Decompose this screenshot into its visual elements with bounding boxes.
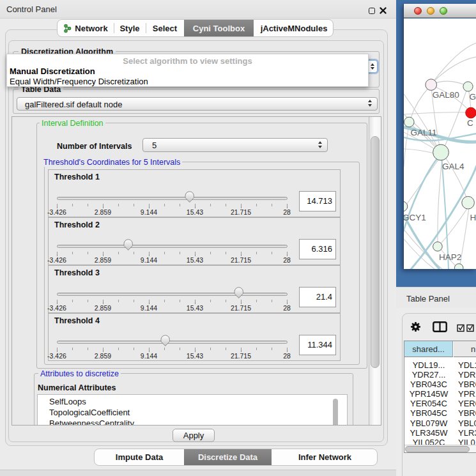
svg-text:H: H	[470, 213, 476, 222]
svg-text:C: C	[467, 118, 473, 128]
svg-text:GAL11: GAL11	[410, 128, 436, 137]
svg-text:GAL80: GAL80	[433, 90, 459, 100]
svg-text:GAL4: GAL4	[442, 162, 464, 171]
svg-text:G.: G.	[470, 92, 476, 102]
svg-text:GCY1: GCY1	[404, 213, 426, 222]
svg-text:HAP2: HAP2	[439, 252, 461, 262]
